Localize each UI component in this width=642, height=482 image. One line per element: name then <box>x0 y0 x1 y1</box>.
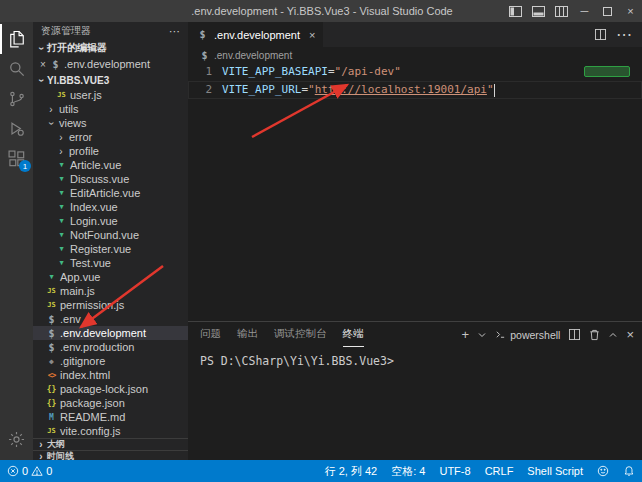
chevron-right-icon: › <box>55 132 67 143</box>
open-editor-.env.development[interactable]: ×$.env.development <box>33 56 188 72</box>
problems-status[interactable]: 0 0 <box>0 465 59 477</box>
feedback-smiley-icon[interactable] <box>590 465 616 477</box>
file-label: NotFound.vue <box>70 229 139 241</box>
editor-actions: ⋯ <box>585 22 642 47</box>
close-panel-icon[interactable]: × <box>626 328 634 341</box>
tree-item-EditArticle.vue[interactable]: ▼EditArticle.vue <box>33 186 188 200</box>
terminal-output[interactable]: PS D:\CSharp\Yi\Yi.BBS.Vue3> <box>188 347 642 460</box>
tree-item-.env.development[interactable]: $.env.development <box>33 326 188 340</box>
file-label: index.html <box>60 369 110 381</box>
breadcrumb[interactable]: $ .env.development <box>188 47 642 63</box>
tree-item-permission.js[interactable]: JSpermission.js <box>33 298 188 312</box>
tree-item-Login.vue[interactable]: ▼Login.vue <box>33 214 188 228</box>
close-button[interactable]: × <box>619 0 642 22</box>
terminal-profile-chevron-icon[interactable] <box>478 332 486 338</box>
window-controls: ─ × <box>504 0 642 22</box>
new-terminal-button[interactable]: + <box>462 328 470 341</box>
indentation[interactable]: 空格: 4 <box>384 464 432 479</box>
file-tree: JSuser.js›utils›views›error›profile▼Arti… <box>33 88 188 438</box>
file-label: package-lock.json <box>60 383 148 395</box>
tree-item-profile[interactable]: ›profile <box>33 144 188 158</box>
split-editor-icon[interactable] <box>595 26 606 44</box>
tree-item-README.md[interactable]: MREADME.md <box>33 410 188 424</box>
settings-gear-icon[interactable] <box>0 424 33 454</box>
minimize-button[interactable]: ─ <box>573 0 596 22</box>
tree-item-Test.vue[interactable]: ▼Test.vue <box>33 256 188 270</box>
close-tab-icon[interactable]: × <box>309 29 315 41</box>
file-label: .gitignore <box>60 355 105 367</box>
file-label: error <box>69 131 92 143</box>
language-mode[interactable]: Shell Script <box>520 465 590 477</box>
tree-item-.env[interactable]: $.env <box>33 312 188 326</box>
maximize-button[interactable] <box>596 0 619 22</box>
source-control-icon[interactable] <box>0 84 33 114</box>
kill-terminal-trash-icon[interactable] <box>589 329 600 341</box>
json-file-icon: {} <box>45 385 58 394</box>
code-line-2[interactable]: 2VITE_APP_URL="http://localhost:19001/ap… <box>188 81 642 99</box>
sidebar-title: 资源管理器 <box>41 24 91 38</box>
explorer-icon[interactable] <box>0 24 33 54</box>
vscode-window: .env.development - Yi.BBS.Vue3 - Visual … <box>0 0 642 482</box>
close-editor-icon[interactable]: × <box>37 59 49 70</box>
toggle-sidebar-icon[interactable] <box>504 0 527 22</box>
tree-item-main.js[interactable]: JSmain.js <box>33 284 188 298</box>
chevron-down-icon: › <box>36 42 47 54</box>
token-variable: VITE_APP_URL <box>222 83 301 96</box>
tree-item-vite.config.js[interactable]: JSvite.config.js <box>33 424 188 438</box>
tree-item-.env.production[interactable]: $.env.production <box>33 340 188 354</box>
activity-bar: 1 <box>0 22 33 460</box>
sidebar-title-row: 资源管理器 ⋯ <box>33 22 188 40</box>
panel-tab-terminal[interactable]: 终端 <box>343 322 364 347</box>
tree-item-NotFound.vue[interactable]: ▼NotFound.vue <box>33 228 188 242</box>
tree-item-utils[interactable]: ›utils <box>33 102 188 116</box>
tree-item-error[interactable]: ›error <box>33 130 188 144</box>
tree-item-Index.vue[interactable]: ▼Index.vue <box>33 200 188 214</box>
tree-item-views[interactable]: ›views <box>33 116 188 130</box>
panel-tab-problems[interactable]: 问题 <box>200 322 221 347</box>
file-label: .env.production <box>60 341 134 353</box>
tab-env-development[interactable]: $ .env.development × <box>188 22 324 47</box>
project-header[interactable]: › YI.BBS.VUE3 <box>33 72 188 88</box>
panel-tab-output[interactable]: 输出 <box>237 322 258 347</box>
editor[interactable]: 1VITE_APP_BASEAPI="/api-dev"2VITE_APP_UR… <box>188 63 642 321</box>
panel-tab-debug-console[interactable]: 调试控制台 <box>274 322 327 347</box>
tree-item-.gitignore[interactable]: ◆.gitignore <box>33 354 188 368</box>
maximize-panel-chevron-icon[interactable] <box>609 332 617 338</box>
file-label: Test.vue <box>70 257 111 269</box>
tree-item-Register.vue[interactable]: ▼Register.vue <box>33 242 188 256</box>
customize-layout-icon[interactable] <box>550 0 573 22</box>
breadcrumb-file: .env.development <box>214 50 292 61</box>
title-bar: .env.development - Yi.BBS.Vue3 - Visual … <box>0 0 642 22</box>
panel-header: 问题输出调试控制台终端 + powershell <box>188 322 642 347</box>
search-icon[interactable] <box>0 54 33 84</box>
timeline-section[interactable]: › 时间线 <box>33 450 188 460</box>
toggle-panel-icon[interactable] <box>527 0 550 22</box>
terminal-tab-powershell[interactable]: powershell <box>495 329 560 341</box>
tree-item-Article.vue[interactable]: ▼Article.vue <box>33 158 188 172</box>
notifications-bell-icon[interactable] <box>616 465 642 477</box>
file-label: utils <box>59 103 79 115</box>
tree-item-index.html[interactable]: <>index.html <box>33 368 188 382</box>
tree-item-App.vue[interactable]: ▼App.vue <box>33 270 188 284</box>
cursor-position[interactable]: 行 2, 列 42 <box>318 464 385 479</box>
open-editors-header[interactable]: › 打开的编辑器 <box>33 40 188 56</box>
shell-file-icon: $ <box>45 328 58 339</box>
run-debug-icon[interactable] <box>0 114 33 144</box>
panel: 问题输出调试控制台终端 + powershell <box>188 321 642 460</box>
split-terminal-icon[interactable] <box>569 329 580 340</box>
tree-item-Discuss.vue[interactable]: ▼Discuss.vue <box>33 172 188 186</box>
code-line-1[interactable]: 1VITE_APP_BASEAPI="/api-dev" <box>188 63 642 81</box>
eol-sequence[interactable]: CRLF <box>478 465 521 477</box>
js-file-icon: JS <box>55 91 68 99</box>
more-actions-icon[interactable]: ⋯ <box>169 25 180 38</box>
tree-item-package.json[interactable]: {}package.json <box>33 396 188 410</box>
token-string: "/api-dev" <box>335 65 401 78</box>
editor-more-actions-icon[interactable]: ⋯ <box>616 25 632 44</box>
encoding[interactable]: UTF-8 <box>432 465 477 477</box>
vue-file-icon: ▼ <box>55 217 68 225</box>
extensions-icon[interactable]: 1 <box>0 144 33 174</box>
outline-section[interactable]: › 大纲 <box>33 438 188 450</box>
tree-item-user.js[interactable]: JSuser.js <box>33 88 188 102</box>
code-lines: 1VITE_APP_BASEAPI="/api-dev"2VITE_APP_UR… <box>188 63 642 99</box>
tree-item-package-lock.json[interactable]: {}package-lock.json <box>33 382 188 396</box>
